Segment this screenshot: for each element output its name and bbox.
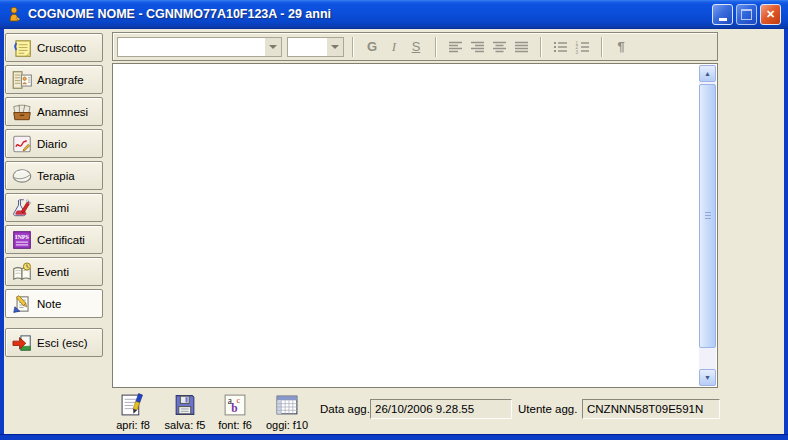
- bullet-list-icon[interactable]: [549, 37, 571, 57]
- sidebar-item-anagrafe[interactable]: Anagrafe: [5, 65, 103, 94]
- window-title: COGNOME NOME - CGNNMO77A10F123A - 29 ann…: [28, 7, 712, 21]
- sidebar-item-label: Eventi: [37, 266, 69, 278]
- notepad-clip-icon: [11, 37, 33, 59]
- open-button[interactable]: apri: f8: [106, 392, 160, 431]
- diary-pen-icon: [11, 133, 33, 155]
- window-border-bottom: [0, 434, 788, 440]
- sidebar-item-note[interactable]: Note: [5, 289, 103, 318]
- svg-text:b: b: [231, 402, 237, 414]
- sidebar-item-esci[interactable]: Esci (esc): [5, 328, 103, 357]
- data-agg-field: 26/10/2006 9.28.55: [370, 399, 512, 419]
- utente-agg-label: Utente agg.: [518, 403, 577, 415]
- toolbar-separator: [601, 37, 602, 57]
- align-right-icon[interactable]: [466, 37, 488, 57]
- data-agg-label: Data agg.: [320, 403, 370, 415]
- align-left-icon[interactable]: [444, 37, 466, 57]
- svg-text:3: 3: [575, 49, 578, 53]
- font-button[interactable]: a c b font: f6: [210, 392, 260, 431]
- window-content: Cruscotto Anagrafe: [4, 29, 784, 434]
- window-controls: ✕: [712, 4, 781, 25]
- pilcrow-button[interactable]: ¶: [610, 37, 632, 57]
- numbered-list-icon[interactable]: 123: [571, 37, 593, 57]
- today-button-label: oggi: f10: [266, 419, 308, 431]
- italic-button[interactable]: I: [383, 37, 405, 57]
- today-icon: [274, 392, 300, 418]
- note-pencil-icon: [11, 293, 33, 315]
- titlebar: COGNOME NOME - CGNNMO77A10F123A - 29 ann…: [0, 0, 788, 29]
- chevron-down-icon[interactable]: [327, 38, 343, 56]
- sidebar-item-label: Anagrafe: [37, 74, 84, 86]
- scroll-down-icon[interactable]: ▼: [699, 369, 716, 386]
- justify-icon[interactable]: [510, 37, 532, 57]
- font-size-select[interactable]: [287, 37, 344, 57]
- minimize-icon[interactable]: [712, 4, 733, 25]
- font-button-label: font: f6: [218, 419, 252, 431]
- format-toolbar: G I S: [112, 32, 718, 61]
- utente-agg-field: CNZNNN58T09E591N: [582, 399, 720, 419]
- sidebar-item-label: Esami: [37, 202, 69, 214]
- note-editor: ▲ ▼: [112, 63, 718, 388]
- maximize-icon[interactable]: [736, 4, 757, 25]
- font-icon: a c b: [222, 392, 248, 418]
- window-border-right: [784, 29, 788, 434]
- sidebar-item-label: Cruscotto: [37, 42, 86, 54]
- note-text-area[interactable]: [115, 66, 697, 385]
- vertical-scrollbar[interactable]: ▲ ▼: [699, 65, 716, 386]
- save-button[interactable]: salva: f5: [158, 392, 212, 431]
- today-button[interactable]: oggi: f10: [260, 392, 314, 431]
- card-file-icon: [11, 101, 33, 123]
- chevron-down-icon[interactable]: [265, 38, 281, 56]
- toolbar-separator: [540, 37, 541, 57]
- sidebar-item-diario[interactable]: Diario: [5, 129, 103, 158]
- exit-icon: [11, 332, 33, 354]
- align-center-icon[interactable]: [488, 37, 510, 57]
- sidebar-item-terapia[interactable]: Terapia: [5, 161, 103, 190]
- toolbar-separator: [352, 37, 353, 57]
- sidebar-item-anamnesi[interactable]: Anamnesi: [5, 97, 103, 126]
- save-button-label: salva: f5: [165, 419, 206, 431]
- underline-button[interactable]: S: [405, 37, 427, 57]
- sidebar: Cruscotto Anagrafe: [4, 29, 106, 434]
- sidebar-item-label: Diario: [37, 138, 67, 150]
- font-family-select[interactable]: [117, 37, 282, 57]
- sidebar-item-esami[interactable]: Esami: [5, 193, 103, 222]
- pill-icon: [11, 165, 33, 187]
- book-clock-icon: [11, 261, 33, 283]
- id-card-icon: [11, 69, 33, 91]
- close-icon[interactable]: ✕: [760, 4, 781, 25]
- sidebar-item-certificati[interactable]: INPS Certificati: [5, 225, 103, 254]
- save-icon: [172, 392, 198, 418]
- sidebar-item-label: Terapia: [37, 170, 75, 182]
- sidebar-item-cruscotto[interactable]: Cruscotto: [5, 33, 103, 62]
- scrollbar-thumb[interactable]: [699, 84, 716, 348]
- toolbar-separator: [435, 37, 436, 57]
- application-window: COGNOME NOME - CGNNMO77A10F123A - 29 ann…: [0, 0, 788, 440]
- sidebar-item-label: Certificati: [37, 234, 85, 246]
- svg-text:INPS: INPS: [15, 234, 30, 240]
- scroll-up-icon[interactable]: ▲: [699, 65, 716, 82]
- sidebar-item-label: Anamnesi: [37, 106, 88, 118]
- inps-icon: INPS: [11, 229, 33, 251]
- bold-button[interactable]: G: [361, 37, 383, 57]
- open-button-label: apri: f8: [116, 419, 150, 431]
- lab-flask-icon: [11, 197, 33, 219]
- open-icon: [120, 392, 146, 418]
- sidebar-item-label: Note: [37, 298, 61, 310]
- sidebar-item-eventi[interactable]: Eventi: [5, 257, 103, 286]
- person-icon: [6, 5, 24, 23]
- sidebar-item-label: Esci (esc): [37, 337, 87, 349]
